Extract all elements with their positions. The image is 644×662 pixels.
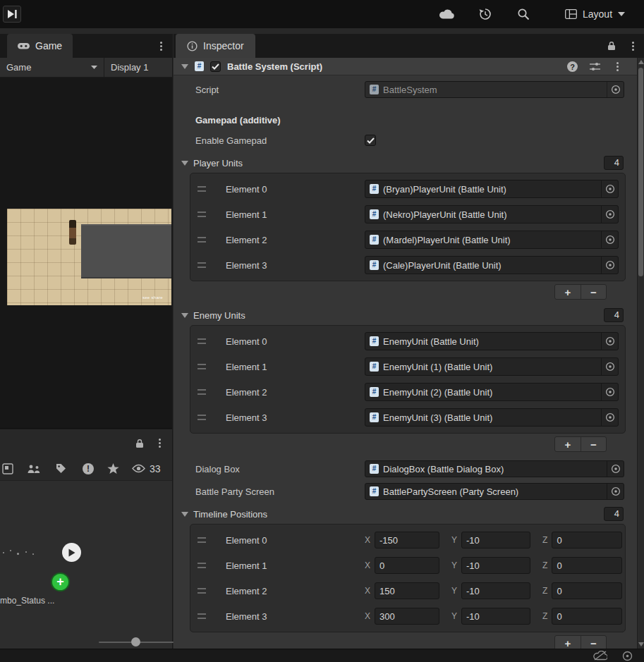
status-cloud-off-icon[interactable] [593, 651, 607, 661]
history-icon[interactable] [478, 7, 493, 21]
foldout-icon[interactable] [181, 313, 188, 318]
object-picker-icon[interactable] [601, 384, 618, 400]
timeline-positions-foldout[interactable]: Timeline Positions 4 [174, 505, 644, 522]
script-object-field[interactable]: # BattleSystem [365, 81, 624, 98]
object-picker-icon[interactable] [601, 206, 618, 223]
add-asset-badge[interactable]: + [51, 572, 70, 591]
element-3-y-input[interactable] [461, 608, 530, 625]
tab-game[interactable]: Game [7, 34, 73, 58]
object-picker-icon[interactable] [601, 231, 618, 248]
object-picker-icon[interactable] [601, 180, 618, 197]
drag-handle-icon[interactable] [198, 186, 206, 192]
player-units-foldout[interactable]: Player Units 4 [174, 154, 644, 171]
step-button[interactable] [3, 6, 21, 23]
battle-party-screen-object-field[interactable]: # BattlePartyScreen (Party Screen) [365, 483, 624, 500]
game-view-dropdown[interactable]: Game [0, 58, 104, 77]
script-icon: # [370, 260, 379, 270]
lock-icon[interactable] [135, 439, 144, 448]
drag-handle-icon[interactable] [198, 588, 206, 594]
inspector-scrollbar[interactable] [637, 58, 644, 649]
object-field[interactable]: # EnemyUnit (1) (Battle Unit) [365, 357, 619, 376]
tab-inspector[interactable]: Inspector [176, 34, 255, 58]
drag-handle-icon[interactable] [198, 237, 206, 243]
enemy-units-size-field[interactable]: 4 [604, 308, 624, 322]
collab-people-icon[interactable] [27, 464, 41, 474]
drag-handle-icon[interactable] [198, 262, 206, 268]
component-enabled-checkbox[interactable] [210, 61, 221, 72]
component-header[interactable]: # Battle System (Script) ? [174, 58, 644, 75]
add-element-button[interactable]: + [555, 285, 581, 299]
element-3-z-input[interactable] [552, 608, 622, 625]
object-picker-icon[interactable] [601, 409, 618, 426]
object-field[interactable]: # EnemyUnit (Battle Unit) [365, 332, 619, 350]
asset-play-badge[interactable] [62, 543, 81, 562]
object-field[interactable]: # EnemyUnit (3) (Battle Unit) [365, 408, 619, 427]
dialog-box-object-field[interactable]: # DialogBox (Battle Dialog Box) [365, 460, 624, 477]
remove-element-button[interactable]: − [581, 437, 606, 451]
remove-element-button[interactable]: − [581, 285, 606, 299]
preset-icon[interactable] [590, 62, 600, 71]
help-icon[interactable]: ? [567, 61, 578, 72]
element-0-x-input[interactable] [375, 532, 439, 548]
drag-handle-icon[interactable] [198, 338, 206, 344]
enable-gamepad-checkbox[interactable] [365, 135, 376, 146]
scroll-down-icon[interactable] [638, 642, 644, 647]
element-2-y-input[interactable] [461, 582, 530, 599]
object-picker-icon[interactable] [601, 358, 618, 375]
object-field[interactable]: # (Bryan)PlayerUnit (Battle Unit) [365, 180, 619, 198]
drag-handle-icon[interactable] [198, 563, 206, 568]
add-element-button[interactable]: + [555, 437, 581, 451]
panel-grid-icon[interactable] [2, 463, 13, 474]
element-0-y-input[interactable] [461, 532, 530, 548]
display-target-dropdown[interactable]: Display 1 [104, 62, 148, 73]
element-1-y-input[interactable] [461, 557, 530, 574]
object-field[interactable]: # (Mardel)PlayerUnit (Battle Unit) [365, 231, 619, 249]
object-picker-icon[interactable] [607, 82, 624, 97]
object-field[interactable]: # (Cale)PlayerUnit (Battle Unit) [365, 256, 619, 274]
foldout-icon[interactable] [181, 64, 188, 69]
project-content[interactable]: + mbo_Status ... [0, 481, 172, 649]
drag-handle-icon[interactable] [198, 537, 206, 543]
timeline-positions-size-field[interactable]: 4 [604, 507, 624, 521]
element-0-z-input[interactable] [552, 532, 622, 548]
game-panel-menu-icon[interactable] [160, 42, 162, 51]
alert-icon[interactable]: ! [83, 463, 94, 474]
scrollbar-thumb[interactable] [638, 68, 643, 276]
inspector-lock-icon[interactable] [607, 41, 616, 51]
object-picker-icon[interactable] [607, 484, 624, 499]
search-icon[interactable] [516, 7, 531, 21]
inspector-menu-icon[interactable] [632, 42, 634, 51]
thumbnail-zoom-knob[interactable] [131, 637, 140, 646]
foldout-icon[interactable] [181, 512, 188, 517]
drag-handle-icon[interactable] [198, 364, 206, 369]
drag-handle-icon[interactable] [198, 212, 206, 217]
object-field[interactable]: # (Nekro)PlayerUnit (Battle Unit) [365, 205, 619, 223]
remove-element-button[interactable]: − [581, 636, 606, 649]
visibility-toggle[interactable]: 33 [132, 463, 161, 474]
layout-dropdown[interactable]: Layout [559, 4, 631, 24]
element-1-z-input[interactable] [552, 557, 622, 574]
project-panel-menu-icon[interactable] [159, 439, 161, 448]
element-2-z-input[interactable] [552, 582, 622, 599]
drag-handle-icon[interactable] [198, 415, 206, 420]
cloud-icon[interactable] [439, 7, 454, 21]
drag-handle-icon[interactable] [198, 389, 206, 395]
scroll-up-icon[interactable] [638, 59, 644, 65]
star-icon[interactable] [107, 463, 119, 474]
tag-icon[interactable] [56, 463, 66, 474]
object-picker-icon[interactable] [607, 461, 624, 477]
component-menu-icon[interactable] [616, 62, 619, 71]
drag-handle-icon[interactable] [198, 613, 206, 619]
status-circle-icon[interactable] [622, 651, 633, 661]
player-units-size-field[interactable]: 4 [604, 156, 624, 170]
element-3-x-input[interactable] [375, 608, 439, 625]
foldout-icon[interactable] [181, 161, 188, 166]
object-picker-icon[interactable] [601, 257, 618, 274]
game-viewport[interactable]: see share [0, 78, 172, 429]
add-element-button[interactable]: + [555, 636, 581, 649]
enemy-units-foldout[interactable]: Enemy Units 4 [174, 307, 644, 324]
element-2-x-input[interactable] [375, 582, 439, 599]
object-picker-icon[interactable] [601, 333, 618, 350]
element-1-x-input[interactable] [375, 557, 439, 574]
object-field[interactable]: # EnemyUnit (2) (Battle Unit) [365, 383, 619, 401]
